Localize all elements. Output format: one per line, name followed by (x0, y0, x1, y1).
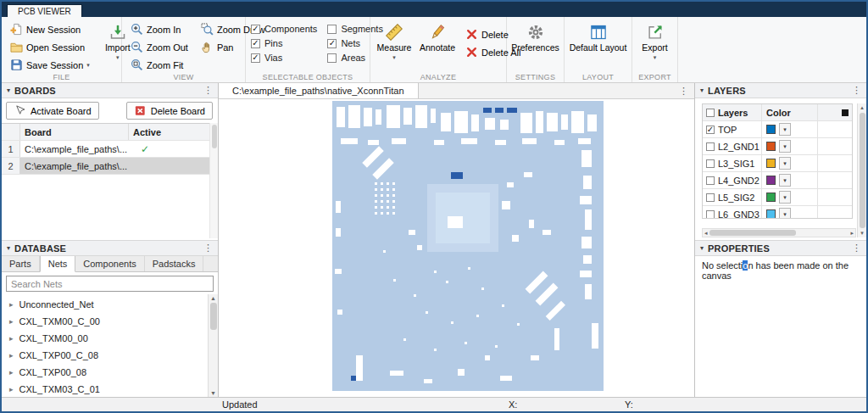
database-tab-padstacks[interactable]: Padstacks (145, 256, 204, 271)
layers-horizontal-scrollbar[interactable]: ◂ ▸ (702, 228, 856, 237)
collapse-icon[interactable]: ▾ (700, 87, 704, 94)
measure-button[interactable]: Measure▾ (376, 21, 413, 70)
selectable-pins-checkbox[interactable]: ✓Pins (251, 38, 317, 48)
open-session-button[interactable]: Open Session (7, 39, 93, 55)
boards-panel-header[interactable]: ▾ BOARDS ⋮ (2, 83, 218, 98)
zoom-fit-icon (131, 59, 143, 71)
scroll-up-icon[interactable]: ▴ (860, 104, 864, 111)
select-all-checkbox[interactable] (706, 109, 715, 117)
selectable-components-checkbox[interactable]: ✓Components (251, 24, 317, 34)
layer-checkbox[interactable] (706, 142, 715, 151)
pcb-canvas[interactable] (219, 99, 694, 397)
layer-name: L2_GND1 (718, 142, 760, 152)
kebab-menu-icon[interactable]: ⋮ (203, 86, 213, 95)
net-list-item[interactable]: ▸Unconnected_Net (2, 296, 208, 313)
layer-row[interactable]: L4_GND2▾ (703, 172, 852, 189)
expand-icon[interactable]: ▸ (9, 369, 14, 377)
collapse-icon[interactable]: ▾ (700, 245, 704, 252)
layer-checkbox[interactable] (706, 210, 715, 219)
new-session-button[interactable]: New Session (7, 21, 93, 37)
checkbox-icon: ✓ (251, 39, 260, 48)
preferences-button[interactable]: Preferences (512, 21, 559, 70)
expand-icon[interactable]: ▸ (9, 386, 14, 393)
pan-hand-icon (201, 41, 214, 53)
scrollbar-thumb[interactable] (210, 303, 217, 330)
corner-cell (2, 124, 20, 140)
kebab-menu-icon[interactable]: ⋮ (852, 243, 861, 253)
database-panel-header[interactable]: ▾ DATABASE ⋮ (2, 241, 218, 256)
layer-row[interactable]: L6_GND3▾ (703, 206, 852, 219)
chevron-down-icon: ▾ (654, 54, 657, 60)
tab-pcb-viewer[interactable]: PCB VIEWER (7, 4, 82, 17)
layer-row[interactable]: L2_GND1▾ (703, 138, 852, 155)
layer-checkbox[interactable]: ✓ (706, 126, 715, 134)
scrollbar-thumb[interactable] (709, 230, 796, 236)
scroll-left-icon[interactable]: ◂ (704, 230, 708, 237)
default-layout-button[interactable]: Default Layout (570, 21, 626, 70)
kebab-menu-icon[interactable]: ⋮ (673, 83, 694, 98)
color-dropdown-button[interactable]: ▾ (779, 157, 791, 170)
collapse-icon[interactable]: ▾ (7, 87, 10, 94)
expand-icon[interactable]: ▸ (9, 352, 14, 360)
scroll-right-icon[interactable]: ▸ (850, 230, 854, 237)
layer-color-swatch[interactable] (766, 125, 776, 134)
kebab-menu-icon[interactable]: ⋮ (203, 243, 213, 253)
scroll-up-icon[interactable]: ▲ (210, 295, 216, 301)
layer-checkbox[interactable] (706, 193, 715, 202)
net-list-item[interactable]: ▸CXL_TXM00_C_00 (2, 313, 208, 330)
export-arrow-icon (647, 24, 664, 41)
layer-color-swatch[interactable] (766, 176, 776, 185)
scroll-down-icon[interactable]: ▾ (860, 230, 864, 237)
status-bar: Updated X: Y: (2, 397, 866, 411)
scrollbar-thumb[interactable] (860, 113, 865, 228)
pcb-board-image[interactable] (332, 101, 604, 391)
color-dropdown-button[interactable]: ▾ (779, 208, 791, 219)
expand-icon[interactable]: ▸ (9, 301, 14, 309)
scrollbar-thumb[interactable] (212, 125, 217, 148)
color-dropdown-button[interactable]: ▾ (779, 140, 791, 153)
collapse-icon[interactable]: ▾ (7, 245, 10, 252)
document-tab[interactable]: C:\example_file_paths\native_XconnTitan (219, 83, 419, 98)
properties-title: PROPERTIES (708, 243, 770, 254)
database-tab-components[interactable]: Components (75, 256, 144, 271)
kebab-menu-icon[interactable]: ⋮ (852, 86, 861, 95)
color-dropdown-button[interactable]: ▾ (779, 191, 791, 204)
database-tab-nets[interactable]: Nets (40, 256, 76, 272)
delete-board-button[interactable]: Delete Board (126, 102, 213, 120)
layer-row[interactable]: L5_SIG2▾ (703, 189, 852, 206)
layer-row[interactable]: ✓TOP▾ (703, 121, 852, 138)
expand-icon[interactable]: ▸ (9, 335, 14, 343)
zoom-fit-button[interactable]: Zoom Fit (127, 57, 192, 73)
color-dropdown-button[interactable]: ▾ (779, 123, 791, 136)
layer-color-swatch[interactable] (766, 193, 776, 202)
selectable-vias-checkbox[interactable]: ✓Vias (251, 53, 317, 63)
boards-scrollbar[interactable] (209, 123, 218, 238)
layer-checkbox[interactable] (706, 176, 715, 185)
layers-panel-header[interactable]: ▾ LAYERS ⋮ (695, 83, 866, 98)
database-scrollbar[interactable]: ▲ ▼ (208, 294, 218, 397)
database-tab-parts[interactable]: Parts (2, 256, 40, 271)
layer-color-swatch[interactable] (766, 142, 776, 151)
board-row[interactable]: 1C:\example_file_paths\...✓ (2, 141, 218, 158)
layer-color-swatch[interactable] (766, 159, 776, 168)
search-input[interactable] (6, 276, 214, 292)
net-list-item[interactable]: ▸CXL_TXP00_08 (2, 364, 208, 381)
expand-icon[interactable]: ▸ (9, 318, 14, 326)
activate-board-button[interactable]: Activate Board (6, 102, 99, 120)
color-dropdown-button[interactable]: ▾ (779, 174, 791, 187)
zoom-out-button[interactable]: Zoom Out (127, 39, 192, 55)
export-button[interactable]: Export▾ (637, 21, 674, 70)
properties-panel-header[interactable]: ▾ PROPERTIES ⋮ (695, 241, 866, 256)
net-list-item[interactable]: ▸CXL_TXM00_00 (2, 330, 208, 347)
net-list-item[interactable]: ▸CXL_TXP00_C_08 (2, 347, 208, 364)
save-session-button[interactable]: Save Session▾ (7, 57, 93, 73)
net-list-item[interactable]: ▸CXL_TXM03_C_01 (2, 381, 208, 397)
scroll-down-icon[interactable]: ▼ (210, 390, 216, 396)
layers-vertical-scrollbar[interactable]: ▴ ▾ (857, 103, 866, 237)
layer-checkbox[interactable] (706, 159, 715, 168)
annotate-button[interactable]: Annotate (419, 21, 456, 70)
layer-row[interactable]: L3_SIG1▾ (703, 155, 852, 172)
layer-color-swatch[interactable] (766, 209, 776, 219)
board-row[interactable]: 2C:\example_file_paths\... (2, 158, 218, 175)
zoom-in-button[interactable]: Zoom In (127, 21, 192, 37)
